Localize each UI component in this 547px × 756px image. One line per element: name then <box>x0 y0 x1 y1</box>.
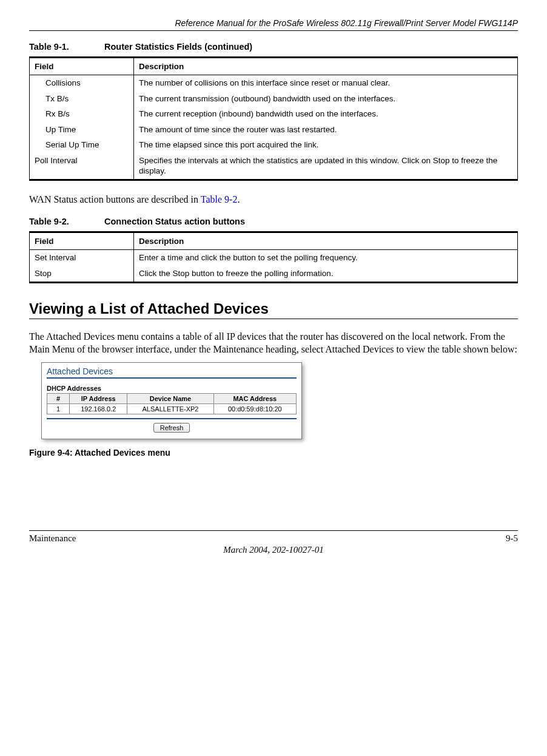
table-9-2-caption: Table 9-2. Connection Status action butt… <box>29 217 518 226</box>
t91-field: Up Time <box>35 124 129 135</box>
col-ip: IP Address <box>70 393 127 403</box>
table-row: Set Interval Enter a time and click the … <box>30 250 518 266</box>
table-row: Tx B/s The current transmission (outboun… <box>30 91 518 107</box>
t92-field: Stop <box>30 266 134 282</box>
screenshot-attached-devices: Attached Devices DHCP Addresses # IP Add… <box>41 362 302 439</box>
cell-num: 1 <box>47 403 70 414</box>
col-num: # <box>47 393 70 403</box>
cell-device-name: ALSALLETTE-XP2 <box>127 403 213 414</box>
para1-pre: WAN Status action buttons are described … <box>29 194 201 204</box>
table-row: Up Time The amount of time since the rou… <box>30 122 518 138</box>
screenshot-subtitle: DHCP Addresses <box>47 385 297 392</box>
t91-desc: The amount of time since the router was … <box>134 122 518 138</box>
cell-ip: 192.168.0.2 <box>70 403 127 414</box>
table-9-1: Field Description Collisions The number … <box>29 56 518 181</box>
paragraph-wan-status: WAN Status action buttons are described … <box>29 193 518 206</box>
t91-desc: The current transmission (outbound) band… <box>134 91 518 107</box>
t91-head-field: Field <box>30 58 134 75</box>
table-9-2-number: Table 9-2. <box>29 217 102 226</box>
paragraph-attached-devices: The Attached Devices menu contains a tab… <box>29 330 518 356</box>
table-row: Stop Click the Stop button to freeze the… <box>30 266 518 282</box>
table-9-1-caption: Table 9-1. Router Statistics Fields (con… <box>29 42 518 52</box>
t91-desc: The current reception (inbound) bandwidt… <box>134 106 518 122</box>
t92-desc: Enter a time and click the button to set… <box>134 250 518 266</box>
t92-field: Set Interval <box>30 250 134 266</box>
t91-field: Collisions <box>35 78 129 89</box>
section-heading: Viewing a List of Attached Devices <box>29 300 518 317</box>
table-row: Poll Interval Specifies the intervals at… <box>30 153 518 180</box>
table-9-1-title: Router Statistics Fields (continued) <box>104 42 252 52</box>
table-9-1-number: Table 9-1. <box>29 42 102 52</box>
section-rule <box>29 319 518 319</box>
table-row: Serial Up Time The time elapsed since th… <box>30 137 518 153</box>
table-row: Collisions The number of collisions on t… <box>30 75 518 91</box>
screenshot-table: # IP Address Device Name MAC Address 1 1… <box>47 393 297 414</box>
footer-date: March 2004, 202-10027-01 <box>29 545 518 555</box>
table-9-2: Field Description Set Interval Enter a t… <box>29 231 518 283</box>
t92-desc: Click the Stop button to freeze the poll… <box>134 266 518 282</box>
t92-head-field: Field <box>30 232 134 250</box>
figure-caption: Figure 9-4: Attached Devices menu <box>29 448 518 457</box>
t91-field: Rx B/s <box>35 109 129 120</box>
screenshot-title: Attached Devices <box>47 366 297 376</box>
t91-desc: Specifies the intervals at which the sta… <box>134 153 518 180</box>
t91-field: Tx B/s <box>35 93 129 104</box>
t91-desc: The time elapsed since this port acquire… <box>134 137 518 153</box>
table-row: Rx B/s The current reception (inbound) b… <box>30 106 518 122</box>
screenshot-footer-rule <box>47 418 297 419</box>
screenshot-rule <box>47 377 297 379</box>
table-row: 1 192.168.0.2 ALSALLETTE-XP2 00:d0:59:d8… <box>47 403 297 414</box>
col-device-name: Device Name <box>127 393 213 403</box>
cell-mac: 00:d0:59:d8:10:20 <box>213 403 296 414</box>
para1-post: . <box>237 194 240 204</box>
t91-head-desc: Description <box>134 58 518 75</box>
footer-rule <box>29 530 518 531</box>
t92-head-desc: Description <box>134 232 518 250</box>
xref-table-9-2[interactable]: Table 9-2 <box>201 194 238 204</box>
header-rule <box>29 30 518 31</box>
refresh-button[interactable]: Refresh <box>153 423 190 433</box>
running-header: Reference Manual for the ProSafe Wireles… <box>29 18 518 28</box>
col-mac: MAC Address <box>213 393 296 403</box>
table-9-2-title: Connection Status action buttons <box>104 217 245 226</box>
t91-desc: The number of collisions on this interfa… <box>134 75 518 91</box>
page-number: 9-5 <box>506 533 518 544</box>
t91-field: Serial Up Time <box>35 140 129 150</box>
footer-left: Maintenance <box>29 533 76 544</box>
t91-field: Poll Interval <box>30 153 134 180</box>
